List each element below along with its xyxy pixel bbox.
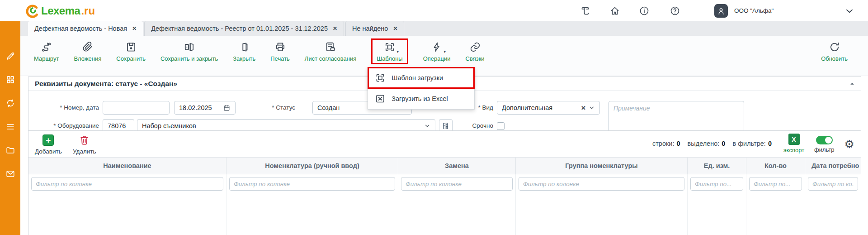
tab-defect-sheet-registry[interactable]: Дефектная ведомость - Реестр от 01.01.20…	[144, 21, 344, 36]
close-tab-icon[interactable]: ✕	[393, 25, 397, 32]
person-icon	[716, 6, 726, 16]
collapse-panel-icon[interactable]	[849, 81, 855, 87]
filter-cell	[688, 174, 746, 235]
user-avatar[interactable]	[714, 4, 728, 18]
menu-item-label: Шаблон загрузки	[392, 74, 443, 82]
attachments-button[interactable]: Вложения	[74, 41, 101, 62]
logo-text: Lexema	[41, 5, 80, 17]
route-label: Маршрут	[34, 55, 59, 62]
filter-cell	[516, 174, 688, 235]
info-icon[interactable]	[639, 5, 650, 16]
urgent-checkbox[interactable]	[497, 122, 505, 130]
refresh-button[interactable]: Обновить	[821, 41, 848, 62]
mail-icon[interactable]	[5, 169, 15, 179]
save-label: Сохранить	[116, 55, 146, 62]
refresh-label: Обновить	[821, 55, 848, 62]
column-filter-input[interactable]	[401, 177, 513, 191]
approval-sheet-label: Лист согласования	[305, 55, 356, 62]
export-excel-button[interactable]: X экспорт	[783, 134, 804, 153]
column-filter-input[interactable]	[31, 177, 223, 191]
filter-toggle[interactable]	[816, 136, 833, 144]
column-header-nomenclature[interactable]: Номенклатура (ручной ввод)	[226, 158, 398, 174]
logo-suffix: .ru	[81, 5, 95, 17]
grid-header-row: Наименование Номенклатура (ручной ввод) …	[28, 157, 861, 174]
operations-button[interactable]: ▾ Операции	[423, 41, 451, 62]
edit-pencil-icon[interactable]	[5, 51, 15, 61]
column-header-replacement[interactable]: Замена	[398, 158, 516, 174]
list-rows-icon[interactable]	[5, 122, 15, 132]
gear-icon[interactable]: ⚙	[844, 139, 854, 150]
contract-icon[interactable]	[580, 5, 591, 16]
column-filter-input[interactable]	[749, 177, 802, 191]
close-button[interactable]: Закрыть	[233, 41, 255, 62]
note-placeholder: Примечание	[613, 105, 650, 112]
column-header-name[interactable]: Наименование	[28, 158, 226, 174]
approval-sheet-button[interactable]: Лист согласования	[305, 41, 356, 62]
approval-sheet-icon	[325, 41, 336, 53]
save-and-close-button[interactable]: Сохранить и закрыть	[160, 41, 218, 62]
selected-count: выделено:0	[688, 140, 726, 147]
excel-icon	[375, 93, 386, 104]
filter-toggle-block[interactable]: фильтр	[814, 134, 834, 153]
help-icon[interactable]	[670, 5, 680, 16]
filter-cell	[746, 174, 805, 235]
kind-combobox[interactable]: Дополнительная ✕	[497, 101, 600, 115]
tab-label: Дефектная ведомость - Новая	[34, 25, 127, 32]
links-label: Связки	[466, 55, 485, 62]
export-label: экспорт	[783, 147, 804, 153]
plus-icon: +	[42, 134, 54, 146]
route-icon	[41, 41, 52, 53]
templates-button[interactable]: ▾ Шаблоны	[377, 41, 403, 62]
attachments-label: Вложения	[74, 55, 101, 62]
grid-stats: строки:0 выделено:0 в фильтре:0	[652, 140, 772, 147]
dashboard-grid-icon[interactable]	[5, 75, 15, 85]
filter-cell	[398, 174, 516, 235]
grid-filter-row	[28, 174, 861, 235]
templates-label: Шаблоны	[377, 55, 403, 62]
company-name: ООО "Альфа"	[734, 7, 774, 14]
filter-label: фильтр	[814, 146, 834, 153]
sync-icon[interactable]	[5, 98, 15, 108]
print-button[interactable]: Печать	[270, 41, 290, 62]
top-bar: Lexema.ru ООО "Альфа"	[0, 0, 868, 21]
column-filter-input[interactable]	[808, 177, 858, 191]
templates-icon: ▾	[384, 41, 396, 53]
menu-item-label: Загрузить из Excel	[392, 95, 448, 102]
tab-not-found[interactable]: Не найдено ✕	[345, 21, 404, 36]
lexema-logo[interactable]: Lexema.ru	[25, 3, 95, 19]
filter-cell	[226, 174, 398, 235]
column-filter-input[interactable]	[519, 177, 684, 191]
templates-highlight-box: ▾ Шаблоны Шаблон загрузки Загрузить из E…	[371, 38, 408, 64]
tab-label: Дефектная ведомость - Реестр от 01.01.20…	[151, 25, 328, 32]
save-button[interactable]: Сохранить	[116, 41, 146, 62]
column-filter-input[interactable]	[690, 177, 743, 191]
panel-title: Реквизиты документа: статус - «Создан»	[35, 80, 177, 88]
column-header-unit[interactable]: Ед. изм.	[688, 158, 746, 174]
home-icon[interactable]	[609, 5, 620, 16]
template-icon	[375, 72, 386, 83]
main-area: Дефектная ведомость - Новая ✕ Дефектная …	[20, 21, 868, 235]
route-button[interactable]: Маршрут	[34, 41, 59, 62]
column-header-quantity[interactable]: Кол-во	[746, 158, 805, 174]
menu-item-load-template[interactable]: Шаблон загрузки	[368, 67, 474, 88]
close-tab-icon[interactable]: ✕	[333, 25, 337, 32]
trash-icon	[79, 134, 90, 146]
number-input[interactable]	[103, 101, 170, 115]
tab-defect-sheet-new[interactable]: Дефектная ведомость - Новая ✕	[28, 21, 143, 36]
print-label: Печать	[270, 55, 290, 62]
refresh-icon	[829, 41, 840, 53]
links-button[interactable]: Связки	[466, 41, 485, 62]
column-header-need-date[interactable]: Дата потребно	[805, 158, 861, 174]
lightning-icon: ▾	[431, 41, 443, 53]
delete-row-button[interactable]: Удалить	[73, 134, 96, 155]
filter-cell	[805, 174, 861, 235]
menu-item-load-from-excel[interactable]: Загрузить из Excel	[368, 88, 474, 109]
column-header-group[interactable]: Группа номенклатуры	[516, 158, 688, 174]
close-tab-icon[interactable]: ✕	[132, 25, 137, 32]
chevron-down-icon[interactable]	[844, 6, 854, 16]
close-label: Закрыть	[233, 55, 255, 62]
add-row-button[interactable]: + Добавить	[35, 134, 62, 155]
clear-icon[interactable]: ✕	[581, 105, 586, 111]
folder-icon[interactable]	[5, 145, 15, 155]
column-filter-input[interactable]	[229, 177, 395, 191]
